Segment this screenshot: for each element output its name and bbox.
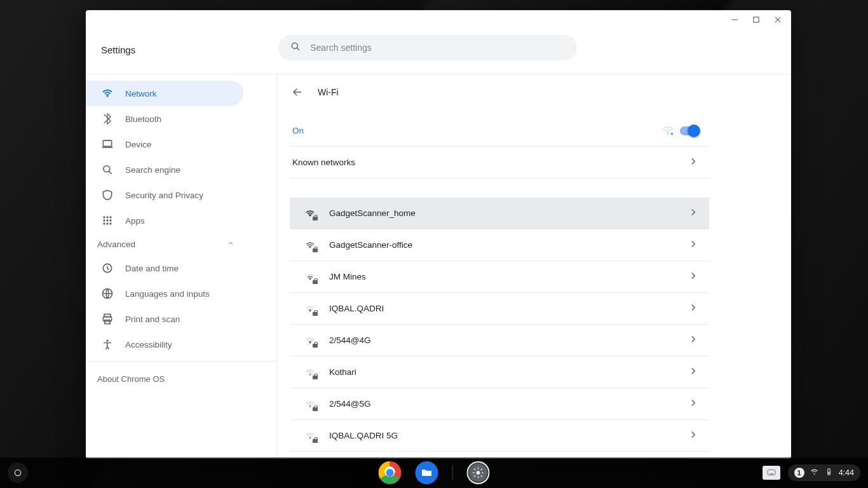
sidebar-item-apps[interactable]: Apps <box>86 208 243 233</box>
wifi-signal-icon <box>303 271 317 283</box>
svg-rect-5 <box>102 147 113 148</box>
chevron-right-icon <box>688 397 699 410</box>
access-icon <box>101 338 114 351</box>
lock-icon <box>313 405 318 411</box>
svg-point-14 <box>103 222 105 224</box>
svg-rect-4 <box>103 140 111 146</box>
lock-icon <box>313 342 318 348</box>
wifi-network-row[interactable]: 2/544@5G <box>290 388 709 420</box>
files-app-icon[interactable] <box>416 461 438 484</box>
chevron-right-icon <box>688 334 699 347</box>
svg-point-25 <box>477 471 480 475</box>
lock-icon <box>313 310 318 316</box>
svg-rect-30 <box>828 472 829 475</box>
app-title: Settings <box>101 44 135 55</box>
wifi-icon <box>101 87 114 100</box>
sidebar-item-label: Apps <box>125 216 145 226</box>
sidebar-item-label: Print and scan <box>125 315 180 324</box>
sidebar-item-label: Security and Privacy <box>125 191 203 200</box>
sidebar-item-label: Network <box>125 89 157 98</box>
lock-icon <box>313 437 318 443</box>
sidebar-item-search-engine[interactable]: Search engine <box>86 157 243 182</box>
search-input[interactable] <box>310 43 566 53</box>
wifi-signal-icon <box>303 240 317 251</box>
svg-point-9 <box>106 216 108 218</box>
search-settings[interactable] <box>278 35 577 60</box>
wifi-signal-icon <box>303 303 317 315</box>
chevron-right-icon <box>688 156 699 169</box>
laptop-icon <box>101 138 114 151</box>
shelf-pinned-apps <box>379 461 490 484</box>
wifi-network-row[interactable]: GadgetScanner-office <box>290 229 709 261</box>
chevron-up-icon <box>227 240 234 249</box>
wifi-signal-icon <box>303 367 317 378</box>
sidebar-item-date-and-time[interactable]: Date and time <box>86 255 243 281</box>
known-networks-row[interactable]: Known networks <box>290 147 709 179</box>
search-icon <box>290 41 301 55</box>
globe-icon <box>101 287 114 300</box>
chevron-right-icon <box>688 238 699 252</box>
sidebar-item-label: Search engine <box>125 165 180 175</box>
chevron-right-icon <box>688 429 699 442</box>
wifi-signal-icon <box>303 430 317 442</box>
sidebar-about[interactable]: About Chrome OS <box>86 365 276 393</box>
shelf: 1 4:44 <box>0 458 868 488</box>
chrome-app-icon[interactable] <box>379 461 402 484</box>
print-icon <box>101 313 114 325</box>
wifi-toggle[interactable] <box>680 126 699 135</box>
ime-button[interactable] <box>763 466 780 480</box>
svg-point-10 <box>109 216 111 218</box>
wifi-toggle-row: On <box>290 115 709 147</box>
clock: 4:44 <box>839 468 854 477</box>
sidebar-item-network[interactable]: Network <box>86 81 243 106</box>
svg-point-12 <box>106 219 108 221</box>
svg-rect-29 <box>829 468 829 469</box>
shield-icon <box>101 189 114 201</box>
svg-line-7 <box>109 172 112 174</box>
page-title: Wi-Fi <box>318 87 339 97</box>
sidebar-item-accessibility[interactable]: Accessibility <box>86 332 243 357</box>
chevron-right-icon <box>688 302 699 315</box>
wifi-ssid: 2/544@5G <box>329 399 371 409</box>
wifi-network-row[interactable]: GadgetScanner_home <box>290 198 709 229</box>
wifi-ssid: GadgetScanner-office <box>329 240 412 250</box>
maximize-button[interactable] <box>752 15 761 24</box>
status-tray[interactable]: 1 4:44 <box>788 464 860 481</box>
sidebar-item-print-and-scan[interactable]: Print and scan <box>86 306 243 332</box>
window-titlebar <box>86 10 791 29</box>
svg-point-6 <box>104 166 110 172</box>
sidebar-item-bluetooth[interactable]: Bluetooth <box>86 106 243 132</box>
svg-point-2 <box>292 43 298 48</box>
launcher-button[interactable] <box>8 463 28 483</box>
wifi-network-row[interactable]: Kothari <box>290 356 709 388</box>
svg-rect-0 <box>731 19 737 20</box>
svg-line-3 <box>297 48 299 50</box>
apps-icon <box>101 214 114 227</box>
sidebar-item-device[interactable]: Device <box>86 132 243 157</box>
svg-rect-27 <box>770 473 773 474</box>
back-button[interactable] <box>291 86 304 98</box>
add-network-icon[interactable] <box>661 124 675 138</box>
wifi-network-row[interactable]: IQBAL.QADRI <box>290 293 709 325</box>
app-header: Settings <box>86 29 791 74</box>
search-icon <box>101 163 114 176</box>
sidebar-item-security-and-privacy[interactable]: Security and Privacy <box>86 182 243 208</box>
wifi-network-row[interactable]: JM Mines <box>290 261 709 293</box>
svg-point-16 <box>109 222 111 224</box>
svg-point-13 <box>109 219 111 221</box>
minimize-button[interactable] <box>730 15 739 24</box>
settings-app-icon[interactable] <box>467 461 490 484</box>
wifi-ssid: IQBAL.QADRI <box>329 304 384 313</box>
shelf-separator <box>452 465 453 480</box>
wifi-ssid: GadgetScanner_home <box>329 208 416 218</box>
wifi-network-row[interactable]: IQBAL.QADRI 5G <box>290 420 709 452</box>
sidebar-item-label: Date and time <box>125 264 179 273</box>
sidebar-item-label: Bluetooth <box>125 114 161 124</box>
settings-sidebar: NetworkBluetoothDeviceSearch engineSecur… <box>86 74 276 459</box>
wifi-signal-icon <box>303 208 317 219</box>
close-button[interactable] <box>773 15 782 24</box>
sidebar-item-languages-and-inputs[interactable]: Languages and inputs <box>86 281 243 306</box>
wifi-network-row[interactable]: 2/544@4G <box>290 325 709 356</box>
settings-window: Settings NetworkBluetoothDeviceSearch en… <box>86 10 791 459</box>
sidebar-advanced-toggle[interactable]: Advanced <box>86 233 276 255</box>
